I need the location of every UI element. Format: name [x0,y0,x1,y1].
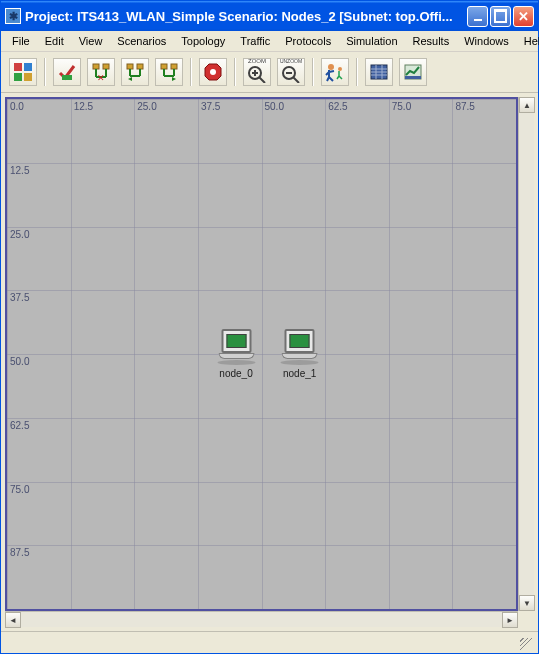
titlebar[interactable]: ✱ Project: ITS413_WLAN_Simple Scenario: … [1,1,538,31]
zoom-out-icon[interactable]: UNZOOM [277,58,305,86]
menu-windows[interactable]: Windows [457,33,516,49]
maximize-button[interactable] [490,6,511,27]
menu-view[interactable]: View [72,33,110,49]
menu-scenarios[interactable]: Scenarios [110,33,173,49]
svg-text:✕: ✕ [97,73,105,83]
svg-rect-17 [171,64,177,69]
canvas[interactable]: 0.012.525.037.550.062.575.087.512.525.03… [5,97,518,611]
window-title: Project: ITS413_WLAN_Simple Scenario: No… [25,9,467,24]
menu-traffic[interactable]: Traffic [233,33,277,49]
grid-line [7,163,516,164]
zoom-label: ZOOM [244,58,270,64]
svg-line-24 [259,77,265,83]
y-tick-label: 50.0 [10,356,29,367]
svg-point-31 [338,67,342,71]
x-tick-label: 0.0 [10,101,24,112]
scroll-corner [518,611,534,627]
svg-point-30 [328,64,334,70]
x-tick-label: 37.5 [201,101,220,112]
zoom-in-icon[interactable]: ZOOM [243,58,271,86]
toolbar-separator [44,58,46,86]
horizontal-scrollbar[interactable]: ◄ ► [5,611,518,627]
network-node[interactable]: node_0 [214,329,259,379]
grid-line [7,290,516,291]
topology-fail-icon[interactable]: ✕ [87,58,115,86]
statusbar [1,631,538,653]
stop-icon[interactable] [199,58,227,86]
close-button[interactable]: ✕ [513,6,534,27]
svg-line-28 [293,77,299,83]
toolbar-separator [356,58,358,86]
workstation-icon [221,329,251,353]
y-tick-label: 75.0 [10,484,29,495]
x-tick-label: 75.0 [392,101,411,112]
app-window: ✱ Project: ITS413_WLAN_Simple Scenario: … [0,0,539,654]
grid-line [7,227,516,228]
toolbar: ✕ ZOOM UNZOOM [1,52,538,93]
svg-rect-11 [127,64,133,69]
topology-undo-icon[interactable] [121,58,149,86]
grid-line [7,545,516,546]
workstation-icon [285,329,315,353]
y-tick-label: 25.0 [10,229,29,240]
toolbar-separator [312,58,314,86]
table-icon[interactable] [365,58,393,86]
shadow [217,360,255,365]
svg-point-22 [210,69,216,75]
topology-redo-icon[interactable] [155,58,183,86]
check-icon[interactable] [53,58,81,86]
svg-rect-5 [93,64,99,69]
menu-simulation[interactable]: Simulation [339,33,404,49]
network-node[interactable]: node_1 [277,329,322,379]
chart-icon[interactable] [399,58,427,86]
y-tick-label: 87.5 [10,547,29,558]
scroll-down-button[interactable]: ▼ [519,595,535,611]
svg-rect-1 [24,63,32,71]
palette-icon[interactable] [9,58,37,86]
menu-help[interactable]: Help [517,33,539,49]
grid-line [7,482,516,483]
menu-file[interactable]: File [5,33,37,49]
scroll-left-button[interactable]: ◄ [5,612,21,628]
menu-results[interactable]: Results [406,33,457,49]
minimize-button[interactable] [467,6,488,27]
node-label: node_0 [219,368,252,379]
app-icon: ✱ [5,8,21,24]
shadow [281,360,319,365]
svg-rect-4 [62,75,72,80]
workstation-icon [282,353,318,359]
x-tick-label: 25.0 [137,101,156,112]
vertical-scrollbar[interactable]: ▲ ▼ [518,97,534,611]
svg-rect-16 [161,64,167,69]
x-tick-label: 12.5 [74,101,93,112]
svg-rect-2 [14,73,22,81]
svg-rect-39 [405,76,421,79]
toolbar-separator [190,58,192,86]
y-tick-label: 37.5 [10,292,29,303]
x-tick-label: 87.5 [455,101,474,112]
menu-protocols[interactable]: Protocols [278,33,338,49]
scroll-track[interactable] [21,612,502,627]
menu-edit[interactable]: Edit [38,33,71,49]
svg-rect-12 [137,64,143,69]
y-tick-label: 62.5 [10,420,29,431]
menu-topology[interactable]: Topology [174,33,232,49]
node-label: node_1 [283,368,316,379]
grid-line [7,99,516,100]
toolbar-separator [234,58,236,86]
x-tick-label: 62.5 [328,101,347,112]
workstation-icon [218,353,254,359]
resize-grip-icon[interactable] [518,636,532,650]
scroll-right-button[interactable]: ► [502,612,518,628]
grid-line [7,354,516,355]
x-tick-label: 50.0 [265,101,284,112]
grid-line [7,418,516,419]
run-icon[interactable] [321,58,349,86]
svg-rect-6 [103,64,109,69]
workspace: 0.012.525.037.550.062.575.087.512.525.03… [1,93,538,631]
svg-rect-3 [24,73,32,81]
y-tick-label: 12.5 [10,165,29,176]
scroll-up-button[interactable]: ▲ [519,97,535,113]
scroll-track[interactable] [519,113,534,595]
svg-rect-0 [14,63,22,71]
